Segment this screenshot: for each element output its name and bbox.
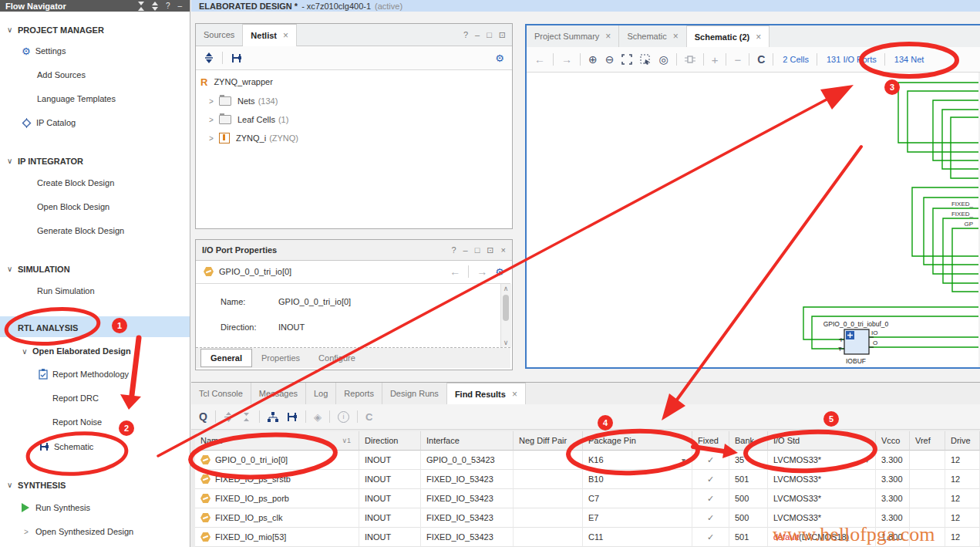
collapse-all-icon[interactable] (224, 412, 234, 422)
cell-io-std-dropdown[interactable]: LVCMOS33*▾ (768, 451, 876, 470)
close-icon[interactable]: × (673, 31, 679, 42)
help-icon[interactable]: ? (463, 30, 468, 39)
cell-io-std[interactable]: LVCMOS33* (768, 489, 876, 508)
col-header-interface[interactable]: Interface (421, 431, 514, 451)
cells-count-link[interactable]: 2 Cells (783, 55, 809, 64)
col-header-drive[interactable]: Drive (945, 431, 980, 451)
section-ip-integrator[interactable]: ∨ IP INTEGRATOR (0, 154, 190, 167)
tree-item-zynq-i[interactable]: > ZYNQ_i (ZYNQ) (207, 129, 298, 147)
scrollbar[interactable]: ∧ ∨ (500, 284, 511, 347)
tree-item-nets[interactable]: > Nets (134) (207, 92, 278, 110)
cell-fixed-checkbox[interactable]: ✓ (692, 451, 729, 470)
expand-all-icon[interactable] (241, 412, 251, 422)
minimize-icon[interactable]: – (463, 245, 468, 255)
tree-root-zynq-wrapper[interactable]: R ZYNQ_wrapper (200, 73, 273, 91)
col-header-name[interactable]: Name∨1 (195, 431, 359, 451)
expand-all-icon[interactable] (152, 2, 158, 11)
show-schematic-icon[interactable] (286, 412, 298, 422)
sidebar-item-run-simulation[interactable]: Run Simulation (0, 284, 190, 298)
show-schematic-icon[interactable] (231, 53, 242, 63)
section-rtl-analysis[interactable]: ∨ RTL ANALYSIS (0, 321, 190, 334)
cell-io-std[interactable]: default (LVCMOS18) (768, 528, 876, 547)
col-header-vcco[interactable]: Vcco (876, 431, 910, 451)
tab-properties[interactable]: Properties (252, 353, 309, 363)
remove-icon[interactable]: − (734, 53, 741, 66)
col-header-package-pin[interactable]: Package Pin (583, 431, 692, 451)
chevron-right-icon[interactable]: > (207, 97, 216, 106)
tab-general[interactable]: General (200, 349, 252, 367)
close-icon[interactable]: × (283, 30, 288, 41)
col-header-vref[interactable]: Vref (910, 431, 945, 451)
zoom-out-icon[interactable]: ⊖ (605, 53, 615, 66)
scrollbar-thumb[interactable] (503, 295, 509, 321)
tree-item-leaf-cells[interactable]: > Leaf Cells (1) (207, 110, 288, 129)
float-icon[interactable]: ⊡ (487, 245, 493, 255)
maximize-icon[interactable]: □ (475, 245, 480, 255)
info-icon[interactable]: i (338, 411, 349, 423)
back-arrow-icon[interactable]: ← (534, 53, 545, 66)
sidebar-item-report-drc[interactable]: Report DRC (0, 391, 190, 405)
refresh-icon[interactable]: C (365, 411, 372, 423)
zoom-in-icon[interactable]: ⊕ (588, 53, 598, 66)
sidebar-item-report-methodology[interactable]: Report Methodology (0, 367, 190, 381)
sidebar-item-language-templates[interactable]: Language Templates (0, 92, 190, 106)
tab-reports[interactable]: Reports (336, 383, 382, 404)
col-header-direction[interactable]: Direction (359, 431, 421, 451)
gear-icon[interactable]: ⚙ (495, 52, 504, 64)
back-arrow-icon[interactable]: ← (450, 265, 460, 278)
cell-package-pin[interactable]: B10 (583, 470, 692, 489)
minimize-icon[interactable]: – (475, 30, 480, 39)
cell-fixed-checkbox[interactable]: ✓ (692, 470, 729, 489)
chevron-down-icon[interactable]: ▾ (865, 456, 869, 464)
sidebar-item-ip-catalog[interactable]: IP Catalog (0, 116, 190, 130)
collapse-all-icon[interactable] (138, 2, 144, 11)
tab-messages[interactable]: Messages (251, 383, 306, 404)
chevron-right-icon[interactable]: > (207, 134, 216, 143)
sidebar-item-generate-block-design[interactable]: Generate Block Design (0, 224, 190, 238)
collapse-all-icon[interactable] (204, 52, 214, 63)
refresh-icon[interactable]: C (757, 53, 765, 66)
section-project-manager[interactable]: ∨ PROJECT MANAGER (0, 23, 190, 36)
cell-fixed-checkbox[interactable]: ✓ (692, 489, 729, 508)
col-header-bank[interactable]: Bank (729, 431, 768, 451)
cell-package-pin[interactable]: C7 (583, 489, 692, 508)
col-header-io-std[interactable]: I/O Std (768, 431, 876, 451)
add-icon[interactable]: + (712, 53, 719, 66)
expand-cell-icon[interactable] (685, 55, 695, 64)
col-header-fixed[interactable]: Fixed (692, 431, 729, 451)
gear-icon[interactable]: ⚙ (495, 266, 504, 278)
scroll-up-icon[interactable]: ∧ (501, 285, 510, 292)
tab-tcl-console[interactable]: Tcl Console (191, 383, 251, 404)
float-icon[interactable]: ⊡ (499, 30, 506, 40)
help-icon[interactable]: ? (166, 2, 170, 10)
help-icon[interactable]: ? (451, 245, 456, 255)
minimize-icon[interactable]: – (177, 2, 182, 10)
tab-design-runs[interactable]: Design Runs (382, 383, 447, 404)
cell-io-std[interactable]: LVCMOS33* (768, 470, 876, 489)
close-icon[interactable]: × (605, 31, 611, 42)
sidebar-item-run-synthesis[interactable]: Run Synthesis (0, 501, 190, 515)
chevron-down-icon[interactable]: ▾ (682, 456, 685, 464)
search-icon[interactable]: Q (199, 410, 207, 423)
sidebar-item-add-sources[interactable]: Add Sources (0, 68, 190, 82)
zoom-fit-icon[interactable] (621, 54, 632, 65)
autofit-selection-icon[interactable]: ◎ (658, 53, 668, 66)
cell-package-pin[interactable]: C11 (583, 528, 692, 547)
close-icon[interactable]: × (756, 32, 761, 42)
section-synthesis[interactable]: ∨ SYNTHESIS (0, 478, 190, 491)
scroll-down-icon[interactable]: ∨ (501, 339, 510, 346)
sidebar-item-open-block-design[interactable]: Open Block Design (0, 200, 190, 214)
col-header-neg-diff-pair[interactable]: Neg Diff Pair (514, 431, 583, 451)
close-icon[interactable]: × (501, 245, 506, 255)
sidebar-item-schematic[interactable]: Schematic (0, 440, 190, 454)
sidebar-item-create-block-design[interactable]: Create Block Design (0, 176, 190, 190)
forward-arrow-icon[interactable]: → (561, 53, 572, 66)
close-icon[interactable]: × (512, 389, 517, 400)
section-simulation[interactable]: ∨ SIMULATION (0, 262, 190, 275)
tab-find-results[interactable]: Find Results× (447, 383, 526, 405)
cell-fixed-checkbox[interactable]: ✓ (692, 528, 729, 547)
cell-io-std[interactable]: LVCMOS33* (768, 508, 876, 528)
tab-log[interactable]: Log (306, 383, 336, 404)
cell-package-pin[interactable]: E7 (583, 508, 692, 528)
forward-arrow-icon[interactable]: → (477, 265, 487, 278)
